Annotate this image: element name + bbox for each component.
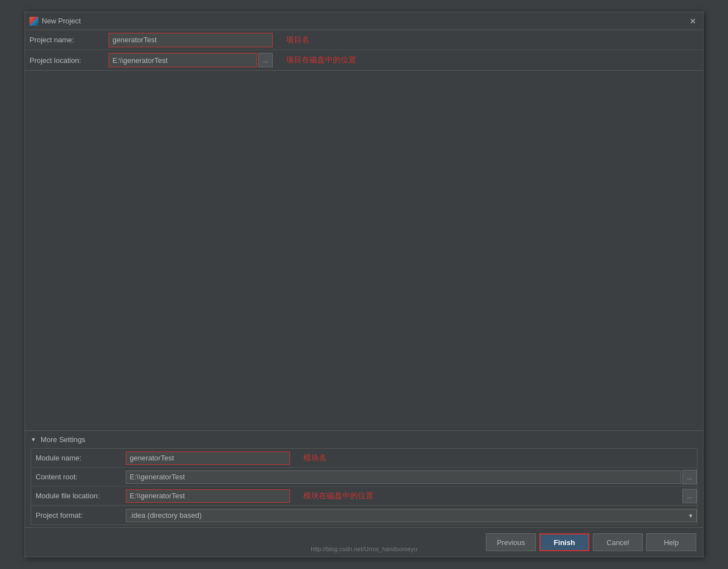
project-location-input-wrap: ...: [109, 53, 273, 67]
module-file-location-input-wrap: [126, 489, 290, 503]
project-format-select[interactable]: .idea (directory based): [126, 509, 697, 522]
project-location-input[interactable]: [109, 53, 257, 67]
help-button[interactable]: Help: [646, 533, 696, 551]
module-file-annotation: 模块在磁盘中的位置: [297, 491, 380, 501]
content-root-browse-button[interactable]: ...: [682, 470, 697, 484]
dialog-content: Project name: 项目名 Project location: ... …: [25, 30, 703, 557]
finish-button[interactable]: Finish: [539, 533, 589, 551]
dialog-title: New Project: [42, 17, 81, 25]
project-location-row: Project location: ... 项目在磁盘中的位置: [25, 50, 703, 70]
more-settings-label: More Settings: [41, 435, 85, 444]
more-settings-body: Module name: 模块名 Content root: ...: [31, 448, 697, 525]
content-root-input[interactable]: [126, 470, 681, 484]
module-file-location-label: Module file location:: [31, 489, 126, 503]
project-name-label: Project name:: [25, 32, 109, 47]
project-name-annotation: 项目名: [279, 35, 316, 45]
previous-button[interactable]: Previous: [486, 533, 536, 551]
bottom-bar: Previous Finish Cancel Help: [25, 527, 703, 557]
project-format-row: Project format: .idea (directory based) …: [31, 506, 697, 524]
module-name-input[interactable]: [126, 452, 290, 465]
more-settings-section: ▼ More Settings Module name: 模块名 Content…: [25, 430, 703, 527]
more-settings-header[interactable]: ▼ More Settings: [25, 431, 703, 448]
project-location-browse-button[interactable]: ...: [258, 53, 273, 67]
project-name-input-wrap: [109, 33, 273, 47]
chevron-icon: ▼: [31, 436, 36, 443]
project-location-annotation: 项目在磁盘中的位置: [279, 55, 363, 65]
content-root-label: Content root:: [31, 470, 126, 484]
module-name-annotation-area: 模块名: [290, 453, 697, 463]
module-name-annotation: 模块名: [297, 453, 333, 463]
project-name-row: Project name: 项目名: [25, 30, 703, 50]
content-root-input-wrap: ...: [126, 470, 697, 484]
new-project-dialog: New Project ✕ Project name: 项目名 Project …: [24, 12, 704, 557]
top-fields: Project name: 项目名 Project location: ... …: [25, 30, 703, 71]
close-button[interactable]: ✕: [687, 16, 699, 27]
cancel-button[interactable]: Cancel: [593, 533, 643, 551]
module-name-row: Module name: 模块名: [31, 449, 697, 468]
module-name-input-wrap: [126, 452, 290, 465]
project-location-label: Project location:: [25, 53, 109, 68]
main-area: [25, 71, 703, 430]
project-format-label: Project format:: [31, 508, 126, 522]
module-file-location-input[interactable]: [126, 489, 290, 503]
content-root-row: Content root: ...: [31, 468, 697, 487]
title-bar-left: New Project: [29, 17, 81, 26]
title-bar: New Project ✕: [25, 12, 703, 30]
project-name-annotation-area: 项目名: [273, 35, 703, 45]
module-file-annotation-area: 模块在磁盘中的位置: [290, 491, 682, 501]
module-name-label: Module name:: [31, 451, 126, 465]
module-file-location-row: Module file location: 模块在磁盘中的位置 ...: [31, 487, 697, 506]
project-name-input[interactable]: [109, 33, 273, 47]
module-file-location-browse-button[interactable]: ...: [682, 489, 697, 503]
app-icon: [29, 17, 38, 26]
project-format-select-wrap: .idea (directory based) ▼: [126, 509, 697, 522]
project-location-annotation-area: 项目在磁盘中的位置: [273, 55, 703, 65]
